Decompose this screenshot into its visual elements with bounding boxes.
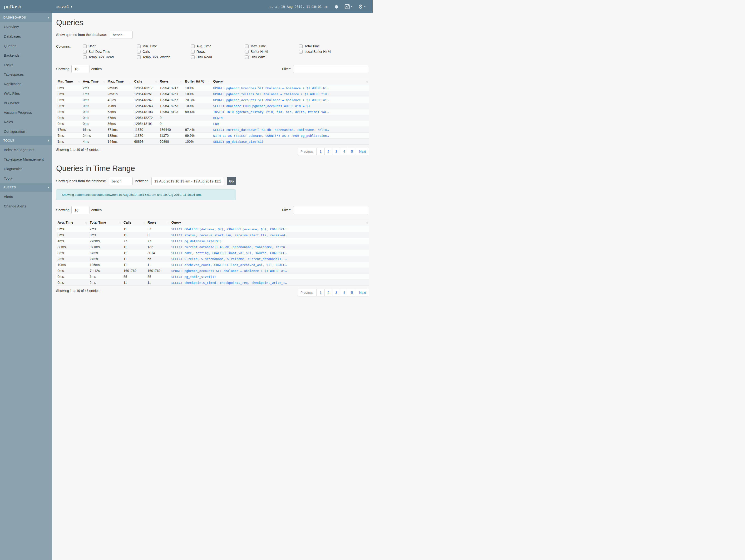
sidebar-item[interactable]: Queries — [0, 41, 52, 51]
sidebar-item[interactable]: Tablespace Management — [0, 154, 52, 164]
column-checkbox[interactable]: Temp Blks. Written — [137, 55, 191, 59]
column-checkbox[interactable]: Disk Write — [245, 55, 299, 59]
query-link[interactable]: SELECT abalance FROM pgbench_accounts WH… — [212, 103, 369, 109]
query-link[interactable]: SELECT S.relid, S.schemaname, S.relname,… — [170, 256, 369, 262]
query-link[interactable]: SELECT checkpoints_timed, checkpoints_re… — [170, 280, 369, 280]
sidebar-section-dashboards[interactable]: DASHBOARDS › — [0, 13, 52, 22]
sidebar-item[interactable]: Diagnostics — [0, 164, 52, 173]
query-link[interactable]: UPDATE pgbench_accounts SET abalance = a… — [170, 268, 369, 274]
page-number-button[interactable]: 2 — [324, 148, 332, 155]
sidebar-item[interactable]: Vacuum Progress — [0, 107, 52, 117]
previous-page-button[interactable]: Previous — [297, 148, 317, 155]
query-link[interactable]: UPDATE pgbench_tellers SET tbalance = tb… — [212, 91, 369, 97]
column-header[interactable]: ↑↓ Query — [212, 78, 369, 85]
sidebar-item[interactable]: Backends — [0, 51, 52, 60]
column-header[interactable]: ↑↓ Min. Time — [56, 78, 82, 85]
query-link[interactable]: BEGIN — [212, 115, 369, 121]
query-link[interactable]: UPDATE pgbench_accounts SET abalance = a… — [212, 97, 369, 103]
buffer-hit-cell: 100% — [184, 139, 212, 145]
column-header[interactable]: ↑↓ Query — [170, 219, 369, 226]
table-row: 0ms 2ms 11 37 SELECT COALESCE(datname, $… — [56, 226, 369, 232]
sidebar-item[interactable]: Roles — [0, 117, 52, 127]
rows-cell: 55 — [146, 256, 170, 262]
column-checkbox[interactable]: Temp Blks. Read — [83, 55, 137, 59]
avg-time-cell: 4ms — [56, 238, 88, 244]
query-link[interactable]: SELECT pg_table_size($1) — [170, 274, 369, 280]
checkbox-icon — [191, 56, 195, 59]
go-button[interactable]: Go — [227, 177, 236, 185]
column-header[interactable]: ↑↓ Rows — [158, 78, 184, 85]
query-link[interactable]: SELECT current_database() AS db, scheman… — [212, 127, 369, 133]
filter-input[interactable] — [293, 65, 369, 73]
page-size-input[interactable] — [71, 65, 90, 73]
column-checkbox[interactable]: Disk Read — [191, 55, 245, 59]
sidebar-item[interactable]: Change Alerts — [0, 201, 52, 211]
column-header[interactable]: ↑↓ Max. Time — [106, 78, 133, 85]
sidebar-item[interactable]: Index Management — [0, 145, 52, 154]
pagination: Previous 1 2 3 4 5 Next — [297, 148, 369, 155]
column-header[interactable]: ↑↓ Calls — [122, 219, 146, 226]
database-input[interactable] — [110, 31, 133, 39]
sidebar-item[interactable]: Alerts — [0, 192, 52, 201]
page-number-button[interactable]: 3 — [332, 148, 340, 155]
calls-cell: 1295418267 — [133, 97, 158, 103]
query-link[interactable]: SELECT pg_database_size($1) — [212, 139, 369, 145]
column-checkbox[interactable]: Buffer Hit % — [245, 50, 299, 54]
query-link[interactable]: SELECT name, setting, COALESCE(boot_val,… — [170, 250, 369, 256]
sidebar-section-tools[interactable]: TOOLS › — [0, 136, 52, 145]
charts-menu-button[interactable]: ▾ — [345, 4, 352, 9]
column-checkbox[interactable]: Local Buffer Hit % — [299, 50, 349, 54]
sidebar-item[interactable]: Configuration — [0, 127, 52, 136]
page-size-input[interactable] — [71, 206, 90, 214]
settings-menu-button[interactable]: ⚙ ▾ — [358, 4, 365, 9]
column-header[interactable]: ↑↓ Avg. Time — [82, 78, 106, 85]
column-checkbox[interactable]: Total Time — [299, 44, 349, 48]
query-link[interactable]: SELECT status, receive_start_lsn, receiv… — [170, 232, 369, 238]
range-database-input[interactable] — [109, 177, 133, 185]
sidebar-item[interactable]: Top k — [0, 173, 52, 183]
column-checkbox[interactable]: Avg. Time — [191, 44, 245, 48]
app-logo[interactable]: pgDash — [0, 4, 52, 9]
page-number-button[interactable]: 1 — [317, 148, 325, 155]
column-header[interactable]: ↑↓ Total Time — [88, 219, 122, 226]
date-range-input[interactable] — [151, 177, 224, 185]
next-page-button[interactable]: Next — [356, 148, 369, 155]
sidebar-item[interactable]: WAL Files — [0, 89, 52, 98]
page-number-button[interactable]: 5 — [348, 148, 356, 155]
query-link[interactable]: SELECT archived_count, COALESCE(last_arc… — [170, 262, 369, 268]
column-checkbox[interactable]: Rows — [191, 50, 245, 54]
table-row: 4ms 276ms 77 77 SELECT pg_database_size(… — [56, 238, 369, 244]
column-checkbox[interactable]: User — [83, 44, 137, 48]
query-link[interactable]: WITH pc AS (SELECT pubname, COUNT(*) AS … — [212, 133, 369, 139]
sidebar-item[interactable]: Replication — [0, 79, 52, 89]
column-checkbox[interactable]: Std. Dev. Time — [83, 50, 137, 54]
sidebar-item[interactable]: Locks — [0, 60, 52, 69]
column-checkbox[interactable]: Min. Time — [137, 44, 191, 48]
column-header[interactable]: ↑↓ Buffer Hit % — [184, 78, 212, 85]
total-time-cell: 0ms — [88, 232, 122, 238]
server-selector[interactable]: server1 ▾ — [56, 4, 72, 9]
sidebar-item[interactable]: Databases — [0, 31, 52, 41]
chevron-right-icon: › — [47, 15, 49, 20]
column-checkbox[interactable]: Calls — [137, 50, 191, 54]
filter-input[interactable] — [293, 206, 369, 214]
sidebar-item[interactable]: Tablespaces — [0, 69, 52, 79]
query-link[interactable]: INSERT INTO pgbench_history (tid, bid, a… — [212, 109, 369, 115]
sort-icon: ↑↓ — [366, 221, 368, 224]
column-header[interactable]: ↑↓ Avg. Time — [56, 219, 88, 226]
column-checkbox[interactable]: Max. Time — [245, 44, 299, 48]
sidebar-item[interactable]: BG Writer — [0, 98, 52, 107]
query-link[interactable]: SELECT COALESCE(datname, $2), COALESCE(u… — [170, 226, 369, 232]
sidebar-item[interactable]: Overview — [0, 22, 52, 31]
sidebar-section-alerts[interactable]: ALERTS › — [0, 183, 52, 192]
query-link[interactable]: UPDATE pgbench_branches SET bbalance = b… — [212, 85, 369, 91]
column-header[interactable]: ↑↓ Rows — [146, 219, 170, 226]
page-number-button[interactable]: 4 — [340, 148, 348, 155]
notifications-button[interactable] — [334, 4, 339, 9]
query-link[interactable]: SELECT pg_database_size($1) — [170, 238, 369, 244]
total-time-cell: 276ms — [88, 238, 122, 244]
query-link[interactable]: SELECT current_database() AS db, scheman… — [170, 244, 369, 250]
sort-icon: ↑↓ — [119, 221, 121, 224]
query-link[interactable]: END — [212, 121, 369, 127]
column-header[interactable]: ↑↓ Calls — [133, 78, 158, 85]
